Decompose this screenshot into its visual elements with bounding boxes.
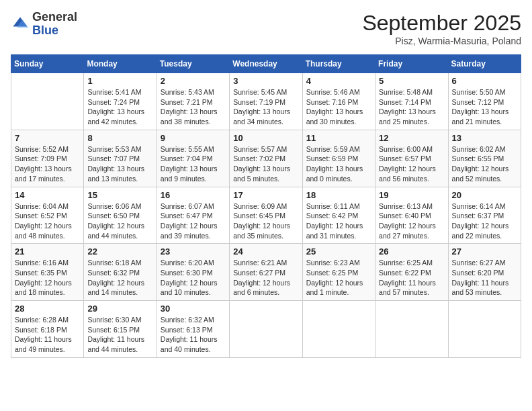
calendar-table: SundayMondayTuesdayWednesdayThursdayFrid… xyxy=(11,54,521,358)
calendar-cell: 25Sunrise: 6:23 AM Sunset: 6:25 PM Dayli… xyxy=(302,244,375,301)
calendar-week-row: 1Sunrise: 5:41 AM Sunset: 7:24 PM Daylig… xyxy=(11,73,521,130)
calendar-cell: 24Sunrise: 6:21 AM Sunset: 6:27 PM Dayli… xyxy=(230,244,302,301)
weekday-header-monday: Monday xyxy=(84,55,157,73)
cell-info-text: Sunrise: 5:55 AM Sunset: 7:04 PM Dayligh… xyxy=(161,144,226,184)
calendar-cell: 6Sunrise: 5:50 AM Sunset: 7:12 PM Daylig… xyxy=(448,73,521,130)
cell-date-number: 11 xyxy=(306,133,371,143)
cell-info-text: Sunrise: 5:46 AM Sunset: 7:16 PM Dayligh… xyxy=(306,87,371,127)
calendar-cell xyxy=(375,301,448,358)
cell-info-text: Sunrise: 6:32 AM Sunset: 6:13 PM Dayligh… xyxy=(161,315,226,355)
cell-date-number: 13 xyxy=(452,133,517,143)
cell-date-number: 15 xyxy=(87,190,152,200)
calendar-header-row: SundayMondayTuesdayWednesdayThursdayFrid… xyxy=(11,55,521,73)
cell-date-number: 26 xyxy=(379,246,444,257)
calendar-week-row: 7Sunrise: 5:52 AM Sunset: 7:09 PM Daylig… xyxy=(11,130,521,187)
cell-info-text: Sunrise: 6:30 AM Sunset: 6:15 PM Dayligh… xyxy=(87,315,152,355)
calendar-cell: 19Sunrise: 6:13 AM Sunset: 6:40 PM Dayli… xyxy=(375,187,448,244)
cell-info-text: Sunrise: 6:28 AM Sunset: 6:18 PM Dayligh… xyxy=(15,315,80,355)
cell-date-number: 9 xyxy=(161,133,226,143)
cell-date-number: 19 xyxy=(379,190,444,200)
calendar-cell: 14Sunrise: 6:04 AM Sunset: 6:52 PM Dayli… xyxy=(11,187,84,244)
month-title: September 2025 xyxy=(362,11,521,36)
weekday-header-thursday: Thursday xyxy=(302,55,375,73)
cell-date-number: 1 xyxy=(87,76,152,86)
cell-date-number: 22 xyxy=(87,246,152,257)
cell-info-text: Sunrise: 5:53 AM Sunset: 7:07 PM Dayligh… xyxy=(87,144,152,184)
calendar-cell: 3Sunrise: 5:45 AM Sunset: 7:19 PM Daylig… xyxy=(230,73,302,130)
cell-date-number: 14 xyxy=(15,190,80,200)
calendar-cell: 26Sunrise: 6:25 AM Sunset: 6:22 PM Dayli… xyxy=(375,244,448,301)
cell-info-text: Sunrise: 6:16 AM Sunset: 6:35 PM Dayligh… xyxy=(15,258,80,298)
calendar-cell: 13Sunrise: 6:02 AM Sunset: 6:55 PM Dayli… xyxy=(448,130,521,187)
calendar-cell xyxy=(302,301,375,358)
cell-info-text: Sunrise: 6:13 AM Sunset: 6:40 PM Dayligh… xyxy=(379,201,444,241)
cell-info-text: Sunrise: 6:21 AM Sunset: 6:27 PM Dayligh… xyxy=(233,258,298,298)
calendar-cell: 4Sunrise: 5:46 AM Sunset: 7:16 PM Daylig… xyxy=(302,73,375,130)
cell-info-text: Sunrise: 5:52 AM Sunset: 7:09 PM Dayligh… xyxy=(15,144,80,184)
calendar-week-row: 28Sunrise: 6:28 AM Sunset: 6:18 PM Dayli… xyxy=(11,301,521,358)
cell-info-text: Sunrise: 6:00 AM Sunset: 6:57 PM Dayligh… xyxy=(379,144,444,184)
calendar-cell: 17Sunrise: 6:09 AM Sunset: 6:45 PM Dayli… xyxy=(230,187,302,244)
cell-date-number: 18 xyxy=(306,190,371,200)
cell-info-text: Sunrise: 6:20 AM Sunset: 6:30 PM Dayligh… xyxy=(161,258,226,298)
calendar-cell: 11Sunrise: 5:59 AM Sunset: 6:59 PM Dayli… xyxy=(302,130,375,187)
cell-date-number: 7 xyxy=(15,133,80,143)
cell-date-number: 28 xyxy=(15,304,80,314)
cell-info-text: Sunrise: 6:11 AM Sunset: 6:42 PM Dayligh… xyxy=(306,201,371,241)
calendar-cell: 18Sunrise: 6:11 AM Sunset: 6:42 PM Dayli… xyxy=(302,187,375,244)
calendar-cell: 2Sunrise: 5:43 AM Sunset: 7:21 PM Daylig… xyxy=(157,73,229,130)
weekday-header-sunday: Sunday xyxy=(11,55,84,73)
logo-blue-text: Blue xyxy=(32,24,58,37)
calendar-cell: 27Sunrise: 6:27 AM Sunset: 6:20 PM Dayli… xyxy=(448,244,521,301)
cell-date-number: 16 xyxy=(161,190,226,200)
calendar-cell: 28Sunrise: 6:28 AM Sunset: 6:18 PM Dayli… xyxy=(11,301,84,358)
cell-info-text: Sunrise: 5:41 AM Sunset: 7:24 PM Dayligh… xyxy=(87,87,152,127)
cell-info-text: Sunrise: 5:43 AM Sunset: 7:21 PM Dayligh… xyxy=(161,87,226,127)
cell-info-text: Sunrise: 6:04 AM Sunset: 6:52 PM Dayligh… xyxy=(15,201,80,241)
calendar-cell: 8Sunrise: 5:53 AM Sunset: 7:07 PM Daylig… xyxy=(84,130,157,187)
location-subtitle: Pisz, Warmia-Masuria, Poland xyxy=(362,36,521,46)
logo-general-text: General xyxy=(32,10,77,24)
cell-info-text: Sunrise: 6:25 AM Sunset: 6:22 PM Dayligh… xyxy=(379,258,444,298)
cell-info-text: Sunrise: 6:02 AM Sunset: 6:55 PM Dayligh… xyxy=(452,144,517,184)
cell-info-text: Sunrise: 6:23 AM Sunset: 6:25 PM Dayligh… xyxy=(306,258,371,298)
calendar-cell: 7Sunrise: 5:52 AM Sunset: 7:09 PM Daylig… xyxy=(11,130,84,187)
calendar-cell xyxy=(448,301,521,358)
cell-info-text: Sunrise: 6:14 AM Sunset: 6:37 PM Dayligh… xyxy=(452,201,517,241)
cell-date-number: 4 xyxy=(306,76,371,86)
calendar-week-row: 21Sunrise: 6:16 AM Sunset: 6:35 PM Dayli… xyxy=(11,244,521,301)
cell-info-text: Sunrise: 5:45 AM Sunset: 7:19 PM Dayligh… xyxy=(233,87,298,127)
cell-date-number: 24 xyxy=(233,246,298,257)
calendar-cell: 15Sunrise: 6:06 AM Sunset: 6:50 PM Dayli… xyxy=(84,187,157,244)
weekday-header-wednesday: Wednesday xyxy=(230,55,302,73)
calendar-cell xyxy=(230,301,302,358)
cell-date-number: 21 xyxy=(15,246,80,257)
cell-date-number: 27 xyxy=(452,246,517,257)
cell-date-number: 12 xyxy=(379,133,444,143)
cell-date-number: 23 xyxy=(161,246,226,257)
calendar-cell: 20Sunrise: 6:14 AM Sunset: 6:37 PM Dayli… xyxy=(448,187,521,244)
cell-date-number: 10 xyxy=(233,133,298,143)
cell-info-text: Sunrise: 6:06 AM Sunset: 6:50 PM Dayligh… xyxy=(87,201,152,241)
calendar-cell: 29Sunrise: 6:30 AM Sunset: 6:15 PM Dayli… xyxy=(84,301,157,358)
weekday-header-saturday: Saturday xyxy=(448,55,521,73)
title-block: September 2025 Pisz, Warmia-Masuria, Pol… xyxy=(362,11,521,46)
calendar-cell: 16Sunrise: 6:07 AM Sunset: 6:47 PM Dayli… xyxy=(157,187,229,244)
calendar-cell: 5Sunrise: 5:48 AM Sunset: 7:14 PM Daylig… xyxy=(375,73,448,130)
calendar-cell: 21Sunrise: 6:16 AM Sunset: 6:35 PM Dayli… xyxy=(11,244,84,301)
weekday-header-tuesday: Tuesday xyxy=(157,55,229,73)
cell-info-text: Sunrise: 5:50 AM Sunset: 7:12 PM Dayligh… xyxy=(452,87,517,127)
calendar-cell: 12Sunrise: 6:00 AM Sunset: 6:57 PM Dayli… xyxy=(375,130,448,187)
cell-info-text: Sunrise: 5:57 AM Sunset: 7:02 PM Dayligh… xyxy=(233,144,298,184)
cell-info-text: Sunrise: 6:27 AM Sunset: 6:20 PM Dayligh… xyxy=(452,258,517,298)
calendar-cell: 22Sunrise: 6:18 AM Sunset: 6:32 PM Dayli… xyxy=(84,244,157,301)
cell-date-number: 2 xyxy=(161,76,226,86)
cell-date-number: 3 xyxy=(233,76,298,86)
cell-date-number: 25 xyxy=(306,246,371,257)
calendar-cell: 30Sunrise: 6:32 AM Sunset: 6:13 PM Dayli… xyxy=(157,301,229,358)
calendar-week-row: 14Sunrise: 6:04 AM Sunset: 6:52 PM Dayli… xyxy=(11,187,521,244)
cell-date-number: 29 xyxy=(87,304,152,314)
header: General Blue September 2025 Pisz, Warmia… xyxy=(11,11,521,46)
logo: General Blue xyxy=(11,11,77,38)
calendar-cell: 9Sunrise: 5:55 AM Sunset: 7:04 PM Daylig… xyxy=(157,130,229,187)
